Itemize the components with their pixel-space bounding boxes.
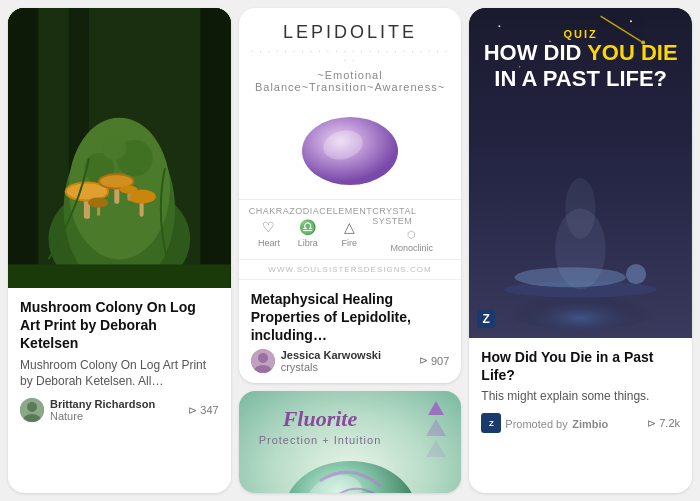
lepidolite-props: Chakra ♡ Heart Zodiac ♎ Libra Element △ … (239, 199, 462, 260)
pins-container: Mushroom Colony On Log Art Print by Debo… (0, 0, 700, 501)
lepidolite-author-board: crystals (281, 361, 381, 373)
bookmark-icon-lepidolite: ⊳ (419, 354, 428, 367)
pin-mushroom[interactable]: Mushroom Colony On Log Art Print by Debo… (8, 8, 231, 493)
pin-lepidolite[interactable]: LEPIDOLITE · · · · · · · · · · · · · · ·… (239, 8, 462, 383)
pin-fluorite[interactable]: Fluorite Protection + Intuition (239, 391, 462, 493)
pin-quiz[interactable]: Z QUIZ HOW DID YOU DIE IN A PAST LIFE? H… (469, 8, 692, 493)
prop-chakra-value: Heart (258, 238, 280, 248)
fluorite-title: Fluorite (259, 406, 382, 432)
quiz-brand[interactable]: Z Promoted by Zimbio (481, 413, 608, 433)
lepidolite-avatar (251, 349, 275, 373)
lepidolite-author-info: Jessica Karwowski crystals (281, 349, 381, 373)
quiz-overlay-text: QUIZ HOW DID YOU DIE IN A PAST LIFE? (480, 28, 680, 93)
column-1: Mushroom Colony On Log Art Print by Debo… (8, 8, 231, 493)
triangle-3 (426, 440, 446, 457)
prop-chakra: Chakra ♡ Heart (249, 206, 290, 253)
svg-point-46 (626, 264, 646, 284)
bookmark-icon: ⊳ (188, 404, 197, 417)
fluorite-image: Fluorite Protection + Intuition (239, 391, 462, 493)
svg-point-24 (27, 402, 37, 412)
svg-point-19 (88, 198, 108, 208)
prop-element-label: Element (326, 206, 372, 216)
pin-mushroom-text: Mushroom Colony On Log Art Print by Debo… (8, 288, 231, 432)
triangle-1 (428, 401, 444, 415)
triangle-2 (426, 419, 446, 436)
column-3: Z QUIZ HOW DID YOU DIE IN A PAST LIFE? H… (469, 8, 692, 493)
svg-point-29 (258, 353, 268, 363)
svg-point-9 (102, 136, 126, 160)
quiz-text: How Did You Die in a Past Life? This mig… (469, 338, 692, 443)
lepidolite-subtitle: ~Emotional Balance~Transition~Awareness~ (251, 69, 450, 93)
lepidolite-pin-title: Metaphysical Healing Properties of Lepid… (251, 290, 450, 345)
quiz-meta: Z Promoted by Zimbio ⊳ 7.2k (481, 413, 680, 433)
svg-point-38 (630, 20, 632, 22)
quiz-promoted: Promoted by Zimbio (505, 414, 608, 432)
lepidolite-title: LEPIDOLITE (251, 22, 450, 43)
prop-zodiac-value: Libra (298, 238, 318, 248)
quiz-save-count: ⊳ 7.2k (647, 417, 680, 430)
bookmark-icon-quiz: ⊳ (647, 417, 656, 430)
lepidolite-author[interactable]: Jessica Karwowski crystals (251, 349, 381, 373)
mushroom-author-name: Brittany Richardson (50, 398, 155, 410)
quiz-main-title: HOW DID YOU DIE IN A PAST LIFE? (480, 40, 680, 93)
prop-crystal-symbol: ⬡ (407, 229, 416, 240)
quiz-image: Z QUIZ HOW DID YOU DIE IN A PAST LIFE? (469, 8, 692, 338)
lepidolite-save-count: ⊳ 907 (419, 354, 449, 367)
pin-mushroom-image (8, 8, 231, 288)
quiz-pin-title: How Did You Die in a Past Life? (481, 348, 680, 384)
svg-text:Z: Z (483, 312, 491, 326)
mushroom-author-info: Brittany Richardson Nature (50, 398, 155, 422)
lepidolite-header: LEPIDOLITE · · · · · · · · · · · · · · ·… (239, 8, 462, 99)
prop-chakra-label: Chakra (249, 206, 290, 216)
mushroom-author-board: Nature (50, 410, 155, 422)
lepidolite-author-name: Jessica Karwowski (281, 349, 381, 361)
prop-element-symbol: △ (344, 219, 355, 235)
prop-crystal-value: Monoclinic (391, 243, 434, 253)
svg-point-48 (565, 178, 595, 239)
mushroom-meta: Brittany Richardson Nature ⊳ 347 (20, 398, 219, 422)
quiz-label: QUIZ (480, 28, 680, 40)
svg-rect-1 (8, 8, 38, 288)
svg-point-21 (119, 185, 137, 193)
column-2: LEPIDOLITE · · · · · · · · · · · · · · ·… (239, 8, 462, 493)
svg-rect-2 (200, 8, 230, 288)
prop-zodiac: Zodiac ♎ Libra (289, 206, 326, 253)
fluorite-text-overlay: Fluorite Protection + Intuition (259, 406, 382, 446)
prop-element-value: Fire (341, 238, 357, 248)
mushroom-desc: Mushroom Colony On Log Art Print by Debo… (20, 357, 219, 391)
prop-element: Element △ Fire (326, 206, 372, 253)
quiz-highlight: YOU DIE (587, 40, 677, 65)
mushroom-save-count: ⊳ 347 (188, 404, 218, 417)
prop-crystal-label: Crystal System (372, 206, 451, 226)
mushroom-title: Mushroom Colony On Log Art Print by Debo… (20, 298, 219, 353)
mushroom-author[interactable]: Brittany Richardson Nature (20, 398, 155, 422)
lepidolite-text: Metaphysical Healing Properties of Lepid… (239, 279, 462, 383)
fluorite-triangles (426, 401, 446, 457)
quiz-desc: This might explain some things. (481, 388, 680, 405)
prop-zodiac-symbol: ♎ (299, 219, 316, 235)
fluorite-subtitle: Protection + Intuition (259, 434, 382, 446)
zimbio-logo: Z (481, 413, 501, 433)
lepidolite-crystal (239, 99, 462, 199)
svg-point-36 (499, 25, 501, 27)
prop-zodiac-label: Zodiac (289, 206, 326, 216)
mushroom-avatar (20, 398, 44, 422)
lepidolite-website: WWW.SOULSISTERSDESIGNS.COM (239, 260, 462, 279)
lepidolite-meta: Jessica Karwowski crystals ⊳ 907 (251, 349, 450, 373)
prop-chakra-symbol: ♡ (262, 219, 275, 235)
prop-crystal: Crystal System ⬡ Monoclinic (372, 206, 451, 253)
lepidolite-dots: · · · · · · · · · · · · · · · · · · · · … (251, 47, 450, 65)
svg-rect-22 (8, 264, 231, 288)
